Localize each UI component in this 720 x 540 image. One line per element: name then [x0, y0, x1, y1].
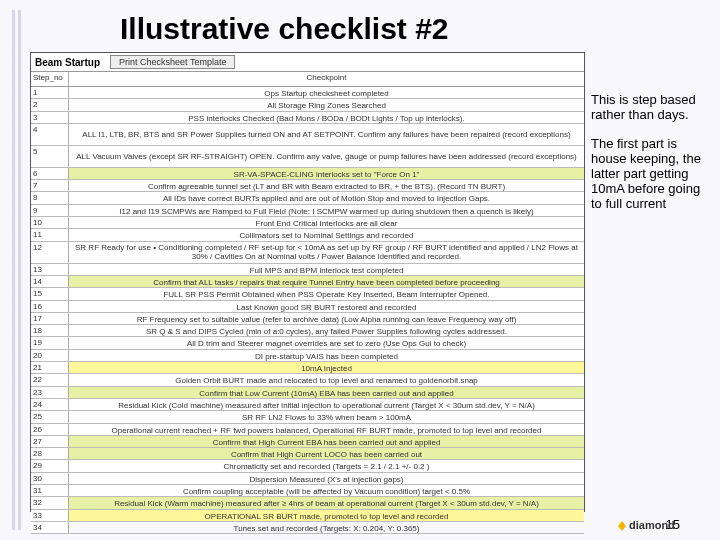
- step-number: 15: [31, 288, 69, 299]
- side-note-1: This is step based rather than days.: [591, 92, 712, 122]
- step-number: 6: [31, 168, 69, 179]
- step-number: 3: [31, 112, 69, 123]
- table-row: 16Last Known good SR BURT restored and r…: [31, 301, 584, 313]
- step-number: 17: [31, 313, 69, 324]
- checkpoint-text: 10mA Injected: [69, 362, 584, 373]
- checkpoint-text: SR-VA-SPACE-CLING interlocks set to "For…: [69, 168, 584, 179]
- checkpoint-text: FULL SR PSS Permit Obtained when PSS Ope…: [69, 288, 584, 299]
- checkpoint-text: All D trim and Steerer magnet overrides …: [69, 337, 584, 348]
- checkpoint-text: All IDs have correct BURTs applied and a…: [69, 192, 584, 203]
- table-row: 28Confirm that High Current LOCO has bee…: [31, 448, 584, 460]
- step-number: 19: [31, 337, 69, 348]
- table-row: 24Residual Kick (Cold machine) measured …: [31, 399, 584, 411]
- table-row: 27Confirm that High Current EBA has been…: [31, 436, 584, 448]
- table-row: 9I12 and I19 SCMPWs are Ramped to Full F…: [31, 205, 584, 217]
- table-row: 14Confirm that ALL tasks / repairs that …: [31, 276, 584, 288]
- checkpoint-text: PSS interlocks Checked (Bad Mons / BODa …: [69, 112, 584, 123]
- checkpoint-text: ALL I1, LTB, BR, BTS and SR Power Suppli…: [69, 124, 584, 145]
- svg-marker-0: [618, 521, 626, 531]
- table-header-row: Step_no Checkpoint: [31, 72, 584, 87]
- table-row: 8All IDs have correct BURTs applied and …: [31, 192, 584, 204]
- table-row: 5ALL Vacuum Valves (except SR RF-STRAIGH…: [31, 146, 584, 168]
- checklist-toolbar: Beam Startup Print Checksheet Template: [31, 53, 584, 72]
- checkpoint-text: Last Known good SR BURT restored and rec…: [69, 301, 584, 312]
- step-number: 28: [31, 448, 69, 459]
- table-row: 29Chromaticity set and recorded (Targets…: [31, 460, 584, 472]
- table-row: 2All Storage Ring Zones Searched: [31, 99, 584, 111]
- checkpoint-text: SR RF LN2 Flows to 33% when beam > 100mA: [69, 411, 584, 422]
- checkpoint-text: Full MPS and BPM interlock test complete…: [69, 264, 584, 275]
- step-number: 20: [31, 350, 69, 361]
- checkpoint-text: SR RF Ready for use • Conditioning compl…: [69, 242, 584, 263]
- header-step: Step_no: [31, 72, 69, 86]
- step-number: 10: [31, 217, 69, 228]
- checkpoint-text: Chromaticity set and recorded (Targets =…: [69, 460, 584, 471]
- table-row: 23Confirm that Low Current (10mA) EBA ha…: [31, 387, 584, 399]
- checkpoint-text: Confirm agreeable tunnel set (LT and BR …: [69, 180, 584, 191]
- table-row: 12SR RF Ready for use • Conditioning com…: [31, 242, 584, 264]
- header-checkpoint: Checkpoint: [69, 72, 584, 86]
- table-row: 34Tunes set and recorded (Targets: X: 0.…: [31, 522, 584, 534]
- step-number: 24: [31, 399, 69, 410]
- checkpoint-text: Residual Kick (Warm machine) measured af…: [69, 497, 584, 508]
- step-number: 5: [31, 146, 69, 167]
- table-row: 25SR RF LN2 Flows to 33% when beam > 100…: [31, 411, 584, 423]
- step-number: 13: [31, 264, 69, 275]
- diamond-logo: diamond: [614, 518, 704, 534]
- table-row: 32Residual Kick (Warm machine) measured …: [31, 497, 584, 509]
- checkpoint-text: SR Q & S and DIPS Cycled (min of a:0 cyc…: [69, 325, 584, 336]
- checklist-screenshot: Beam Startup Print Checksheet Template S…: [30, 52, 585, 512]
- checkpoint-text: Golden Orbit BURT made and relocated to …: [69, 374, 584, 385]
- step-number: 16: [31, 301, 69, 312]
- checkpoint-text: ALL Vacuum Valves (except SR RF-STRAIGHT…: [69, 146, 584, 167]
- checkpoint-text: Residual Kick (Cold machine) measured af…: [69, 399, 584, 410]
- logo-text: diamond: [629, 519, 675, 531]
- checkpoint-text: OPERATIONAL SR BURT made, promoted to to…: [69, 510, 584, 521]
- checkpoint-text: RF Frequency set to suitable value (refe…: [69, 313, 584, 324]
- step-number: 12: [31, 242, 69, 263]
- table-row: 30Dispersion Measured (X's at injection …: [31, 473, 584, 485]
- print-template-button[interactable]: Print Checksheet Template: [110, 55, 235, 69]
- checkpoint-text: Confirm coupling acceptable (will be aff…: [69, 485, 584, 496]
- checkpoint-text: Confirm that High Current LOCO has been …: [69, 448, 584, 459]
- table-row: 20DI pre-startup VAIS has been completed: [31, 350, 584, 362]
- table-row: 13Full MPS and BPM interlock test comple…: [31, 264, 584, 276]
- table-row: 2110mA Injected: [31, 362, 584, 374]
- side-note-2: The first part is house keeping, the lat…: [591, 136, 712, 211]
- checkpoint-text: Tunes set and recorded (Targets: X: 0.20…: [69, 522, 584, 533]
- table-row: 31Confirm coupling acceptable (will be a…: [31, 485, 584, 497]
- step-number: 23: [31, 387, 69, 398]
- step-number: 33: [31, 510, 69, 521]
- table-row: 33OPERATIONAL SR BURT made, promoted to …: [31, 510, 584, 522]
- step-number: 30: [31, 473, 69, 484]
- step-number: 29: [31, 460, 69, 471]
- table-row: 22Golden Orbit BURT made and relocated t…: [31, 374, 584, 386]
- step-number: 4: [31, 124, 69, 145]
- step-number: 14: [31, 276, 69, 287]
- checkpoint-text: Confirm that High Current EBA has been c…: [69, 436, 584, 447]
- step-number: 25: [31, 411, 69, 422]
- step-number: 22: [31, 374, 69, 385]
- step-number: 7: [31, 180, 69, 191]
- step-number: 26: [31, 424, 69, 435]
- checkpoint-text: Operational current reached + RF fwd pow…: [69, 424, 584, 435]
- table-row: 18SR Q & S and DIPS Cycled (min of a:0 c…: [31, 325, 584, 337]
- checkpoint-text: Ops Startup checksheet completed: [69, 87, 584, 98]
- table-row: 10Front End Critical Interlocks are all …: [31, 217, 584, 229]
- table-row: 4ALL I1, LTB, BR, BTS and SR Power Suppl…: [31, 124, 584, 146]
- table-row: 15FULL SR PSS Permit Obtained when PSS O…: [31, 288, 584, 300]
- table-row: 6SR-VA-SPACE-CLING interlocks set to "Fo…: [31, 168, 584, 180]
- table-row: 7Confirm agreeable tunnel set (LT and BR…: [31, 180, 584, 192]
- step-number: 27: [31, 436, 69, 447]
- table-row: 1Ops Startup checksheet completed: [31, 87, 584, 99]
- step-number: 1: [31, 87, 69, 98]
- step-number: 34: [31, 522, 69, 533]
- checkpoint-text: I12 and I19 SCMPWs are Ramped to Full Fi…: [69, 205, 584, 216]
- checkpoint-text: Dispersion Measured (X's at injection ga…: [69, 473, 584, 484]
- step-number: 8: [31, 192, 69, 203]
- checkpoint-text: Collimators set to Nominal Settings and …: [69, 229, 584, 240]
- table-row: 26Operational current reached + RF fwd p…: [31, 424, 584, 436]
- side-notes: This is step based rather than days. The…: [591, 52, 712, 512]
- step-number: 18: [31, 325, 69, 336]
- step-number: 2: [31, 99, 69, 110]
